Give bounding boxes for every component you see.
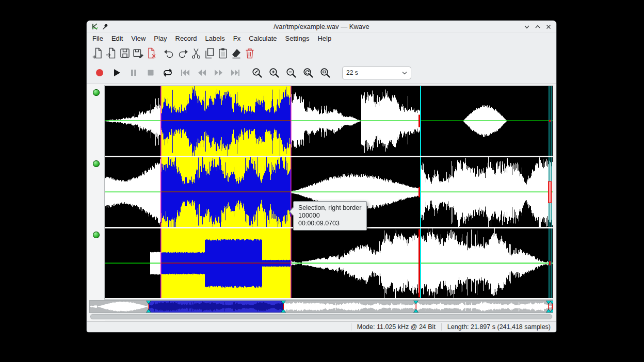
track3-enable-led[interactable] xyxy=(93,232,100,238)
zoom-to-selection-button[interactable] xyxy=(249,65,265,80)
chevron-down-icon xyxy=(524,24,530,30)
skip-to-end-button[interactable] xyxy=(228,65,244,80)
overview-bar[interactable] xyxy=(90,301,553,312)
open-file-icon xyxy=(105,47,118,59)
open-file-button[interactable] xyxy=(105,46,118,60)
menubar: File Edit View Play Record Labels Fx Cal… xyxy=(87,33,556,44)
menu-file[interactable]: File xyxy=(88,34,107,43)
save-icon xyxy=(119,47,131,59)
play-icon xyxy=(111,68,122,78)
rewind-icon xyxy=(197,68,207,78)
overview-waveform[interactable] xyxy=(90,301,553,312)
track2-enable-led[interactable] xyxy=(93,160,100,167)
paste-button[interactable] xyxy=(216,46,230,60)
save-as-icon xyxy=(132,47,144,59)
chevron-up-icon xyxy=(535,24,541,30)
menu-calculate[interactable]: Calculate xyxy=(245,34,281,43)
tooltip-line3: 00:00:09.0703 xyxy=(298,220,364,227)
close-button[interactable] xyxy=(544,23,553,31)
pause-icon xyxy=(128,68,139,78)
statusbar: Mode: 11.025 kHz @ 24 Bit Length: 21.897… xyxy=(87,321,556,332)
erase-button[interactable] xyxy=(230,46,243,60)
tracks-container xyxy=(105,86,553,299)
zoom-out-button[interactable] xyxy=(283,65,299,80)
new-file-icon xyxy=(92,47,104,59)
horizontal-scrollbar[interactable] xyxy=(90,314,553,320)
zoom-combobox-value: 22 s xyxy=(346,69,402,76)
menu-fx[interactable]: Fx xyxy=(229,34,245,43)
zoom-selection-icon xyxy=(251,67,263,78)
track3-waveform[interactable] xyxy=(105,228,553,298)
zoom-normal-icon xyxy=(319,67,331,78)
status-length: Length: 21.897 s (241,418 samples) xyxy=(441,323,556,331)
skip-to-start-button[interactable] xyxy=(177,65,192,80)
menu-help[interactable]: Help xyxy=(313,34,335,43)
eraser-icon xyxy=(230,47,243,59)
menu-labels[interactable]: Labels xyxy=(201,34,229,43)
pause-button[interactable] xyxy=(126,65,141,80)
forward-icon xyxy=(214,68,224,78)
stop-icon xyxy=(146,68,156,78)
redo-button[interactable] xyxy=(176,46,189,60)
close-file-icon xyxy=(146,47,158,59)
cut-icon xyxy=(190,47,202,59)
menu-view[interactable]: View xyxy=(127,34,150,43)
rewind-button[interactable] xyxy=(194,65,210,80)
play-button[interactable] xyxy=(109,65,124,80)
zoom-in-button[interactable] xyxy=(266,65,282,80)
maximize-button[interactable] xyxy=(534,23,542,31)
cut-button[interactable] xyxy=(189,46,203,60)
status-mode: Mode: 11.025 kHz @ 24 Bit xyxy=(351,323,441,331)
track-controls-strip xyxy=(87,84,105,321)
menu-record[interactable]: Record xyxy=(171,34,201,43)
trash-icon xyxy=(244,47,256,59)
signal-view: Selection, right border 100000 00:00:09.… xyxy=(87,83,556,322)
zoom-all-button[interactable] xyxy=(300,65,316,80)
copy-button[interactable] xyxy=(203,46,216,60)
close-icon xyxy=(545,24,552,30)
loop-icon xyxy=(162,67,173,78)
save-button[interactable] xyxy=(118,46,132,60)
close-file-button[interactable] xyxy=(145,46,158,60)
chevron-down-icon xyxy=(402,71,407,75)
redo-icon xyxy=(176,47,189,59)
record-button[interactable] xyxy=(92,65,107,80)
window-title: /var/tmp/example.wav — Kwave xyxy=(87,21,556,32)
undo-icon xyxy=(163,47,175,59)
scrollbar-thumb[interactable] xyxy=(90,314,552,319)
copy-icon xyxy=(203,47,216,59)
selection-tooltip: Selection, right border 100000 00:00:09.… xyxy=(293,201,367,231)
zoom-all-icon xyxy=(302,67,314,78)
menu-settings[interactable]: Settings xyxy=(281,34,314,43)
kwave-window: /var/tmp/example.wav — Kwave File Edit V… xyxy=(87,21,556,332)
zoom-out-icon xyxy=(285,67,297,78)
record-icon xyxy=(94,68,105,78)
tooltip-line2: 100000 xyxy=(298,212,364,220)
zoom-combobox[interactable]: 22 s xyxy=(342,67,411,79)
tooltip-line1: Selection, right border xyxy=(298,204,364,212)
new-file-button[interactable] xyxy=(91,46,105,60)
forward-button[interactable] xyxy=(211,65,227,80)
minimize-button[interactable] xyxy=(523,23,531,31)
delete-button[interactable] xyxy=(243,46,256,60)
stop-button[interactable] xyxy=(143,65,158,80)
playback-toolbar: 22 s xyxy=(87,62,556,83)
titlebar[interactable]: /var/tmp/example.wav — Kwave xyxy=(87,21,556,33)
paste-icon xyxy=(217,47,229,59)
track1-enable-led[interactable] xyxy=(93,89,100,96)
file-toolbar xyxy=(87,44,556,62)
loop-button[interactable] xyxy=(160,65,175,80)
undo-button[interactable] xyxy=(163,46,176,60)
skip-end-icon xyxy=(231,68,241,78)
skip-start-icon xyxy=(180,68,190,78)
zoom-in-icon xyxy=(268,67,280,78)
desktop-background: /var/tmp/example.wav — Kwave File Edit V… xyxy=(0,0,644,362)
menu-play[interactable]: Play xyxy=(150,34,171,43)
track1-waveform[interactable] xyxy=(105,86,553,156)
save-as-button[interactable] xyxy=(132,46,145,60)
zoom-normal-button[interactable] xyxy=(317,65,333,80)
menu-edit[interactable]: Edit xyxy=(107,34,127,43)
